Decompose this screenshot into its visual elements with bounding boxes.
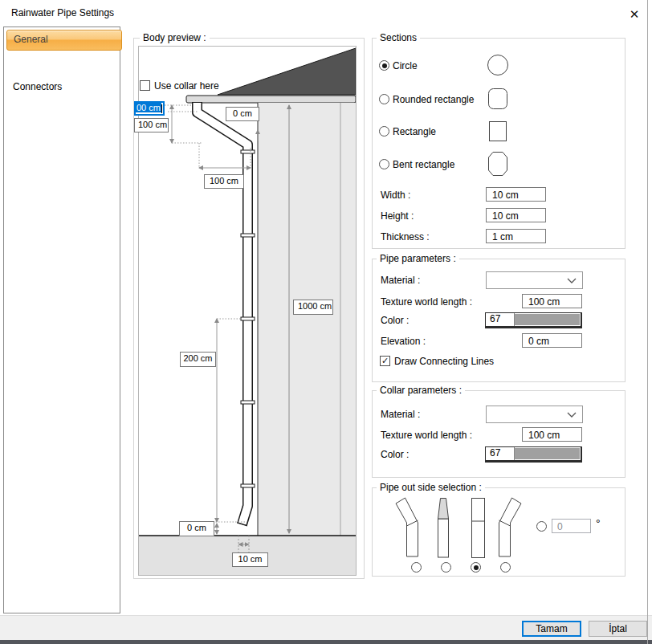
pipe-out-angle-radio[interactable] [536, 521, 547, 532]
width-input[interactable]: 10 cm [486, 187, 546, 202]
pipe-collar [241, 234, 255, 237]
checkmark-icon: ✓ [381, 356, 389, 365]
thickness-input[interactable]: 1 cm [486, 229, 546, 243]
collar-parameters-group-label: Collar parameters : [377, 385, 465, 396]
chevron-down-icon [567, 278, 577, 284]
pipe-collar [241, 150, 255, 153]
pipe-out-side-group-label: Pipe out side selection : [377, 482, 485, 493]
collar-material-label: Material : [381, 409, 420, 420]
pipe-color-index: 67 [486, 313, 515, 326]
close-icon[interactable]: ✕ [622, 4, 646, 25]
radio-rectangle-label[interactable]: Rectangle [393, 126, 436, 137]
radio-circle-label[interactable]: Circle [393, 60, 418, 71]
pipe-out-capped-icon [435, 497, 453, 559]
height-input[interactable]: 10 cm [486, 208, 546, 222]
pipe-material-label: Material : [381, 275, 420, 286]
pipe-color-picker[interactable]: 67 [485, 312, 582, 328]
collar-material-combo[interactable] [486, 406, 583, 423]
wall-area [258, 103, 356, 536]
rectangle-section-icon [487, 120, 510, 143]
pipe-out-straight-icon [471, 497, 487, 559]
dimension-label-horizontal-offset[interactable]: 100 cm [204, 174, 244, 189]
radio-rounded-rectangle[interactable] [379, 94, 389, 104]
sections-group-label: Sections [377, 32, 420, 43]
window-right-edge [647, 0, 648, 644]
circle-section-icon [487, 54, 509, 76]
sidebar-item-general[interactable]: General [6, 30, 122, 51]
degree-symbol: ° [596, 517, 601, 530]
screen-bottom-edge [0, 640, 652, 644]
sidebar: General Connectors [3, 26, 120, 613]
collar-color-picker[interactable]: 67 [485, 446, 582, 463]
dimension-input-editing[interactable]: 00 cm [134, 101, 165, 116]
ok-button[interactable]: Tamam [522, 621, 581, 637]
pipe-outline [198, 102, 248, 524]
radio-bent-rectangle[interactable] [379, 159, 389, 169]
pipe-out-radio-3[interactable] [471, 562, 481, 573]
body-preview-group-label: Body preview : [140, 32, 210, 43]
collar-texture-label: Texture world length : [381, 430, 472, 441]
pipe-collar [241, 401, 255, 404]
radio-rectangle[interactable] [379, 126, 389, 137]
draw-connecting-lines-label: Draw Connecting Lines [394, 356, 494, 367]
draw-connecting-lines-checkbox[interactable]: ✓ [380, 356, 390, 366]
pipe-out-radio-4[interactable] [500, 562, 511, 573]
selected-text: 00 cm [136, 103, 161, 112]
radio-circle[interactable] [379, 60, 389, 71]
pipe-collar [241, 484, 255, 487]
pipe-elevation-input[interactable]: 0 cm [522, 333, 582, 348]
pipe-out-radio-2[interactable] [441, 562, 451, 573]
sidebar-item-connectors[interactable]: Connectors [13, 81, 62, 92]
collar-color-swatch [515, 448, 580, 459]
width-label: Width : [381, 190, 410, 201]
collar-color-label: Color : [381, 449, 409, 460]
rainwater-pipe-settings-dialog: Rainwater Pipe Settings ✕ General Connec… [0, 0, 652, 644]
radio-bent-rectangle-label[interactable]: Bent rectangle [393, 159, 454, 170]
text-caret [161, 104, 162, 113]
dimension-label-wall-height[interactable]: 1000 cm [293, 300, 333, 315]
pipe-out-angle-input[interactable]: 0 [552, 519, 591, 533]
pipe-color-label: Color : [381, 315, 409, 326]
radio-rounded-rectangle-label[interactable]: Rounded rectangle [393, 94, 474, 105]
dimension-label-bottom-clearance[interactable]: 0 cm [179, 521, 214, 536]
dimension-label-outlet-offset[interactable]: 10 cm [232, 552, 268, 567]
pipe-collar [241, 317, 255, 320]
pipe-material-combo[interactable] [486, 271, 583, 289]
thickness-label: Thickness : [381, 231, 430, 243]
dimension-label-top-offset[interactable]: 0 cm [226, 107, 259, 121]
pipe-color-swatch [515, 314, 580, 325]
pipe-elevation-label: Elevation : [381, 336, 426, 347]
pipe-fill [198, 103, 248, 524]
pipe-out-radio-1[interactable] [411, 562, 422, 573]
dimension-label-eave-drop[interactable]: 100 cm [134, 118, 169, 132]
pipe-out-bend-left-icon [395, 495, 421, 558]
rounded-rectangle-section-icon [487, 88, 509, 110]
pipe-out-bend-right-icon [498, 495, 524, 558]
window-title: Rainwater Pipe Settings [11, 7, 114, 18]
pipe-texture-label: Texture world length : [381, 296, 472, 308]
use-collar-checkbox[interactable] [140, 80, 150, 91]
dimension-label-segment-length[interactable]: 200 cm [180, 352, 216, 367]
chevron-down-icon [567, 412, 577, 418]
height-label: Height : [381, 210, 414, 222]
roof-shape [218, 48, 356, 95]
collar-texture-input[interactable]: 100 cm [522, 427, 582, 442]
pipe-parameters-group-label: Pipe parameters : [377, 253, 459, 264]
eave-band [186, 96, 356, 103]
cancel-button[interactable]: İptal [589, 621, 647, 637]
pipe-texture-input[interactable]: 100 cm [522, 294, 582, 308]
use-collar-label: Use collar here [154, 80, 219, 92]
bent-rectangle-section-icon [487, 151, 509, 177]
collar-color-index: 67 [486, 447, 515, 460]
